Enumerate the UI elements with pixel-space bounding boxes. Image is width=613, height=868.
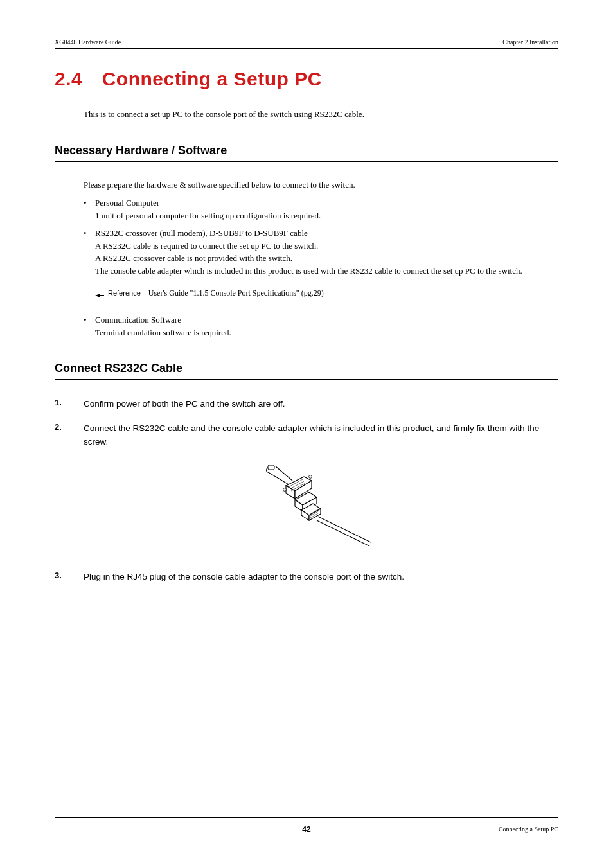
list-item: • Personal Computer 1 unit of personal c… xyxy=(84,197,558,222)
page-number: 42 xyxy=(302,825,310,834)
svg-point-9 xyxy=(309,475,312,478)
bullet-icon: • xyxy=(84,227,87,240)
section1-heading: Necessary Hardware / Software xyxy=(55,144,558,162)
list-item: • Communication Software Terminal emulat… xyxy=(84,314,558,339)
step-item: 3. Plug in the RJ45 plug of the console … xyxy=(55,571,558,583)
header-left: XG0448 Hardware Guide xyxy=(55,39,121,46)
svg-marker-0 xyxy=(95,294,104,297)
bullet-body: A RS232C cable is required to connect th… xyxy=(95,241,522,276)
bullet-icon: • xyxy=(84,314,87,326)
step-text: Plug in the RJ45 plug of the console cab… xyxy=(84,571,404,583)
step-number: 3. xyxy=(55,571,84,583)
page-header: XG0448 Hardware Guide Chapter 2 Installa… xyxy=(55,39,558,49)
step-list-continued: 3. Plug in the RJ45 plug of the console … xyxy=(55,571,558,583)
main-heading: 2.4 Connecting a Setup PC xyxy=(55,68,558,90)
bullet-icon: • xyxy=(84,197,87,209)
bullet-body: 1 unit of personal computer for setting … xyxy=(95,211,321,220)
page-footer: 42 Connecting a Setup PC xyxy=(55,817,558,833)
step-text: Connect the RS232C cable and the console… xyxy=(84,422,558,448)
section1-bullets-2: • Communication Software Terminal emulat… xyxy=(84,314,558,339)
bullet-title: Personal Computer xyxy=(95,198,159,208)
step-list: 1. Confirm power of both the PC and the … xyxy=(55,398,558,448)
header-right: Chapter 2 Installation xyxy=(502,39,558,46)
step-text: Confirm power of both the PC and the swi… xyxy=(84,398,285,411)
reference-label: Reference xyxy=(108,289,141,297)
svg-rect-1 xyxy=(268,465,274,470)
cable-adapter-figure xyxy=(55,460,558,553)
list-item: • RS232C crossover (null modem), D-SUB9F… xyxy=(84,227,558,277)
reference-row: Reference User's Guide "1.1.5 Console Po… xyxy=(95,288,558,298)
reference-pointer-icon xyxy=(95,291,104,296)
step-number: 2. xyxy=(55,422,84,448)
bullet-title: Communication Software xyxy=(95,315,181,324)
intro-paragraph: This is to connect a set up PC to the co… xyxy=(84,109,558,120)
bullet-body: Terminal emulation software is required. xyxy=(95,328,231,337)
reference-text: User's Guide "1.1.5 Console Port Specifi… xyxy=(148,288,324,298)
section1-intro: Please prepare the hardware & software s… xyxy=(84,180,558,190)
svg-point-8 xyxy=(283,488,287,491)
footer-right: Connecting a Setup PC xyxy=(499,826,558,833)
step-item: 2. Connect the RS232C cable and the cons… xyxy=(55,422,558,448)
bullet-title: RS232C crossover (null modem), D-SUB9F t… xyxy=(95,228,308,238)
section2-heading: Connect RS232C Cable xyxy=(55,362,558,380)
section1-bullets: • Personal Computer 1 unit of personal c… xyxy=(84,197,558,277)
step-number: 1. xyxy=(55,398,84,411)
step-item: 1. Confirm power of both the PC and the … xyxy=(55,398,558,411)
